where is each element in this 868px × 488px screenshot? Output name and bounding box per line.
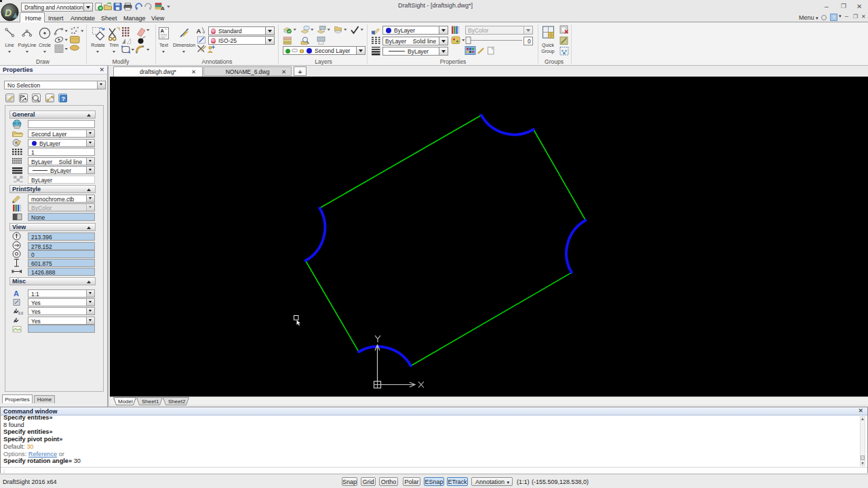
svg-text:D: D (5, 7, 12, 18)
svg-text:A: A (14, 289, 19, 298)
svg-text:A: A (161, 5, 165, 12)
svg-text:Sheet2: Sheet2 (168, 399, 186, 405)
svg-text:0,0: 0,0 (18, 311, 23, 315)
svg-text:Model: Model (118, 399, 133, 405)
svg-text:A: A (197, 27, 201, 35)
svg-text:A: A (161, 28, 165, 34)
svg-text:Sheet1: Sheet1 (142, 399, 159, 405)
svg-text:?: ? (62, 96, 65, 102)
